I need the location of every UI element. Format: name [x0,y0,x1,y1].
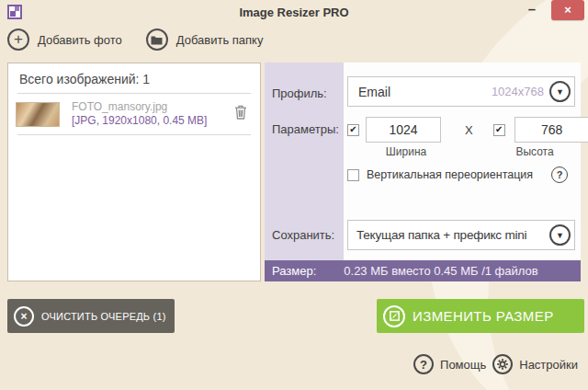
clear-queue-button[interactable]: × ОЧИСТИТЬ ОЧЕРЕДЬ (1) [7,299,175,333]
width-label: Ширина [368,145,444,158]
vertical-reorientation-label: Вертикальная переориентация [367,168,551,181]
add-folder-button[interactable]: Добавить папку [146,29,264,51]
footer: ? Помощь [413,354,578,374]
save-destination-dropdown[interactable]: Текущая папка + префикс mini ▼ [347,220,575,250]
settings-button[interactable]: Настройки [492,354,578,374]
minimize-button[interactable]: – [522,0,542,19]
question-icon: ? [413,354,434,374]
chevron-down-icon[interactable]: ▼ [549,224,571,246]
queue-item-row[interactable]: FOTO_mansory.jpg [JPG, 1920x1080, 0.45 M… [8,94,260,134]
profile-dropdown[interactable]: Email 1024x768 ▼ [347,76,575,107]
clear-queue-label: ОЧИСТИТЬ ОЧЕРЕДЬ (1) [41,311,166,322]
plus-icon: + [7,29,29,51]
file-meta: [JPG, 1920x1080, 0.45 MB] [72,114,234,128]
file-name: FOTO_mansory.jpg [72,100,234,114]
width-input[interactable] [366,117,441,143]
close-button[interactable]: × [551,0,584,20]
settings-label: Настройки [519,358,578,372]
title-bar: Image Resizer PRO – × [0,0,588,26]
add-photo-button[interactable]: + Добавить фото [7,29,122,51]
add-photo-label: Добавить фото [38,33,122,47]
trash-icon[interactable] [234,105,247,123]
width-checkbox[interactable]: ✔ [347,124,359,136]
resize-button[interactable]: ИЗМЕНИТЬ РАЗМЕР [377,299,584,333]
save-destination-value: Текущая папка + префикс mini [356,228,549,242]
dimensions-row: ✔ X ✔ [347,117,575,143]
size-value: 0.23 МБ вместо 0.45 МБ /1 файлов [344,264,537,278]
vertical-reorientation-row: Вертикальная переориентация ? [347,166,575,183]
profile-label: Профиль: [272,86,327,100]
window-title: Image Resizer PRO [0,6,588,19]
vertical-reorientation-checkbox[interactable] [347,169,359,181]
resize-settings-panel: Профиль: Email 1024x768 ▼ Параметры: ✔ X… [265,63,581,281]
params-label: Параметры: [272,122,339,136]
profile-dimensions: 1024x768 [492,85,544,98]
size-summary-bar: Размер: 0.23 МБ вместо 0.45 МБ /1 файлов [265,260,581,281]
queue-count-header: Всего изображений: 1 [8,63,260,93]
help-label: Помощь [440,358,486,372]
add-folder-label: Добавить папку [176,33,264,47]
gear-icon [492,354,513,374]
chevron-down-icon[interactable]: ▼ [549,81,571,102]
divider [17,134,251,135]
help-question-icon[interactable]: ? [551,166,568,183]
toolbar: + Добавить фото Добавить папку [7,29,263,51]
size-label: Размер: [272,264,316,278]
resize-button-label: ИЗМЕНИТЬ РАЗМЕР [413,308,554,324]
app-window: Image Resizer PRO – × + Добавить фото До… [0,0,588,390]
help-button[interactable]: ? Помощь [413,354,486,374]
dimension-separator: X [465,123,473,137]
resize-icon [383,305,405,327]
height-label: Высота [497,145,572,158]
clear-x-icon: × [14,306,34,327]
image-queue-panel: Всего изображений: 1 FOTO_mansory.jpg [J… [7,63,261,281]
save-label: Сохранить: [272,228,334,242]
height-checkbox[interactable]: ✔ [493,124,505,136]
image-thumbnail [16,102,60,127]
profile-value: Email [358,85,492,99]
height-input[interactable] [514,117,588,143]
folder-icon [146,29,168,51]
